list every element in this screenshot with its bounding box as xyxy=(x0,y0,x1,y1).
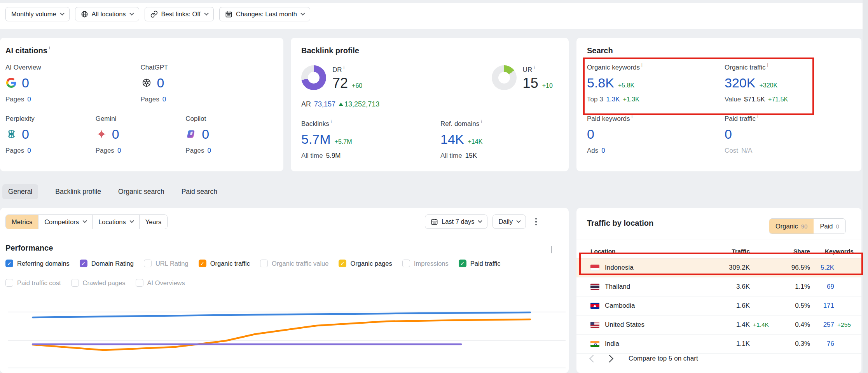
checkbox-impressions[interactable]: Impressions xyxy=(402,260,449,267)
more-options-kebab-icon[interactable] xyxy=(531,217,541,227)
table-row-india[interactable]: India 1.1K 0.3% 76 xyxy=(576,335,861,354)
organic-paid-toggle: Organic90 Paid0 xyxy=(769,218,846,234)
card-title: Search xyxy=(587,46,854,55)
keywords-link[interactable]: 171 xyxy=(810,302,834,310)
best-links-filter[interactable]: Best links: Off xyxy=(145,7,214,21)
tab-general[interactable]: General xyxy=(2,184,38,199)
organic-traffic-value-link[interactable]: 320K xyxy=(725,76,755,89)
tab-paid-search[interactable]: Paid search xyxy=(182,184,217,199)
compare-top5-link[interactable]: Compare top 5 on chart xyxy=(629,355,698,363)
checkbox-paid-traffic-cost[interactable]: Paid traffic cost xyxy=(5,279,61,287)
info-icon xyxy=(481,119,482,124)
url-rating-donut-block: UR 15+10 xyxy=(492,65,561,90)
vertical-scrollbar[interactable] xyxy=(863,0,868,373)
info-icon xyxy=(632,114,633,119)
pages-count-link[interactable]: 0 xyxy=(27,96,31,103)
table-row-cambodia[interactable]: Cambodia 1.6K 0.5% 171 xyxy=(576,296,861,315)
table-row-united-states[interactable]: United States 1.4K +1.4K 0.4% 257 +255 xyxy=(576,315,861,335)
checkbox-organic-traffic-value[interactable]: Organic traffic value xyxy=(260,260,328,267)
filter-label: Best links: Off xyxy=(161,10,201,18)
checkbox-icon xyxy=(402,260,410,267)
changes-filter[interactable]: Changes: Last month xyxy=(219,7,310,21)
metric-value-link[interactable]: 0 xyxy=(202,127,209,141)
organic-keywords-value-link[interactable]: 5.8K xyxy=(587,76,614,89)
india-flag-icon xyxy=(590,341,599,347)
next-page-arrow-icon[interactable] xyxy=(606,355,613,363)
checkbox-referring-domains[interactable]: ✓Referring domains xyxy=(5,260,70,267)
checkbox-url-rating[interactable]: URL Rating xyxy=(144,260,189,267)
chatgpt-metric: ChatGPT 0 Pages0 xyxy=(141,64,276,103)
performance-line-chart xyxy=(0,208,569,373)
granularity-picker[interactable]: Daily xyxy=(493,214,526,229)
checkbox-icon xyxy=(260,260,268,267)
keywords-link[interactable]: 76 xyxy=(810,340,834,348)
pages-count-link[interactable]: 0 xyxy=(27,147,31,155)
divider xyxy=(0,236,569,236)
checkbox-organic-traffic[interactable]: ✓Organic traffic xyxy=(199,260,250,267)
locations-filter[interactable]: All locations xyxy=(75,7,139,21)
ads-count-link[interactable]: 0 xyxy=(601,147,605,155)
calendar-icon xyxy=(225,10,232,18)
performance-panel: Metrics Competitors Locations Years Last… xyxy=(0,208,569,373)
top-toolbar: Monthly volume All locations Best links:… xyxy=(0,3,863,29)
checkbox-crawled-pages[interactable]: Crawled pages xyxy=(71,279,126,287)
united-states-flag-icon xyxy=(590,322,599,328)
date-range-picker[interactable]: Last 7 days xyxy=(425,214,487,229)
backlinks-value-link[interactable]: 5.7M xyxy=(301,132,331,146)
checkbox-paid-traffic[interactable]: ✓Paid traffic xyxy=(459,260,501,267)
paid-traffic-value-link[interactable]: 0 xyxy=(725,127,732,141)
dr-value: 72 xyxy=(332,76,348,90)
prev-page-arrow-icon[interactable] xyxy=(589,355,597,363)
chart-line-organic-traffic xyxy=(33,319,530,350)
section-tabs: General Backlink profile Organic search … xyxy=(2,184,217,199)
pages-count-link[interactable]: 0 xyxy=(117,147,121,155)
chevron-down-icon xyxy=(300,11,305,15)
filter-label: Changes: Last month xyxy=(236,10,297,18)
checkbox-icon: ✓ xyxy=(5,260,13,267)
organic-keywords-metric: Organic keywords 5.8K+5.8K Top 31.3K+1.3… xyxy=(587,64,725,103)
keywords-link[interactable]: 257 xyxy=(810,321,834,329)
metric-value-link[interactable]: 0 xyxy=(22,127,29,141)
tab-organic-search[interactable]: Organic search xyxy=(118,184,164,199)
filter-label: All locations xyxy=(92,10,126,18)
domain-rating-donut-block: DR 72+60 xyxy=(301,65,492,90)
pages-count-link[interactable]: 0 xyxy=(208,147,211,155)
collapse-section-button[interactable] xyxy=(550,246,558,252)
thailand-flag-icon xyxy=(590,284,599,290)
ref-domains-value-link[interactable]: 14K xyxy=(440,132,464,146)
up-triangle-icon xyxy=(339,103,343,106)
table-row-indonesia[interactable]: Indonesia 309.2K 96.5% 5.2K xyxy=(576,258,861,277)
ur-donut-chart xyxy=(492,65,517,90)
backlinks-metric: Backlinks 5.7M+5.7M All time5.9M xyxy=(301,120,440,160)
cambodia-flag-icon xyxy=(590,303,599,309)
info-icon xyxy=(331,119,332,124)
toggle-paid[interactable]: Paid0 xyxy=(814,219,845,234)
monthly-volume-filter[interactable]: Monthly volume xyxy=(5,7,70,21)
toggle-organic[interactable]: Organic90 xyxy=(769,219,814,234)
ai-overview-metric: AI Overview 0 Pages0 xyxy=(5,64,141,103)
ar-value-link[interactable]: 73,157 xyxy=(314,100,335,108)
metric-value-link[interactable]: 0 xyxy=(22,76,29,89)
paid-keywords-value-link[interactable]: 0 xyxy=(587,127,594,141)
metric-checkbox-row-2: Paid traffic cost Crawled pages AI Overv… xyxy=(5,279,185,287)
tab-backlink-profile[interactable]: Backlink profile xyxy=(55,184,101,199)
google-icon xyxy=(5,77,17,89)
top3-value-link[interactable]: 1.3K xyxy=(606,96,620,103)
ai-citations-card: AI citations AI Overview 0 Pages0 xyxy=(0,38,283,171)
table-header: Location Traffic Share Keywords xyxy=(576,244,861,258)
pages-count-link[interactable]: 0 xyxy=(162,96,166,103)
checkbox-organic-pages[interactable]: ✓Organic pages xyxy=(339,260,392,267)
table-row-thailand[interactable]: Thailand 3.6K 1.1% 69 xyxy=(576,277,861,296)
keywords-link[interactable]: 69 xyxy=(810,283,834,291)
checkbox-domain-rating[interactable]: ✓Domain Rating xyxy=(80,260,134,267)
keywords-link[interactable]: 5.2K xyxy=(810,264,834,272)
checkbox-ai-overviews[interactable]: AI Overviews xyxy=(136,279,185,287)
info-icon xyxy=(757,114,758,119)
traffic-by-location-panel: Traffic by location Organic90 Paid0 Loca… xyxy=(576,208,861,373)
metric-value-link[interactable]: 0 xyxy=(112,127,119,141)
ref-domains-metric: Ref. domains 14K+14K All time15K xyxy=(440,120,557,160)
metric-value-link[interactable]: 0 xyxy=(157,76,164,89)
perplexity-icon xyxy=(5,128,17,140)
chevron-down-icon xyxy=(60,11,64,15)
info-icon xyxy=(344,65,345,70)
